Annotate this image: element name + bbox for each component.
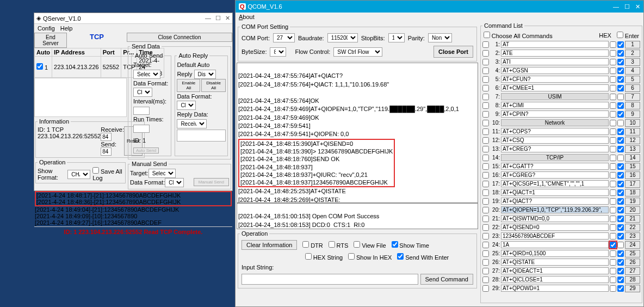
cmd-hex-check[interactable]	[610, 277, 616, 283]
comport-select[interactable]: 27	[273, 33, 295, 42]
row-check[interactable]	[36, 63, 43, 70]
receive-field[interactable]	[101, 133, 112, 141]
cmd-send-button[interactable]: 5	[625, 76, 640, 83]
cmd-send-button[interactable]: 11	[625, 128, 640, 136]
cmd-hex-check[interactable]	[610, 137, 616, 144]
cmd-check[interactable]	[482, 50, 489, 57]
cmd-enter-check[interactable]	[617, 137, 624, 144]
cmd-send-button[interactable]: 25	[625, 250, 640, 257]
cmd-send-button[interactable]: 23	[625, 232, 640, 240]
cmd-enter-check[interactable]	[617, 85, 624, 91]
cmd-send-button[interactable]: 15	[625, 163, 640, 170]
manual-format[interactable]: Char	[165, 178, 184, 187]
reply-box[interactable]	[177, 130, 226, 142]
cmd-enter-check[interactable]	[617, 172, 624, 179]
status-log[interactable]: [2021-04-24_18:51:00:153] Open COM Port …	[237, 203, 478, 229]
showtime-check[interactable]	[392, 241, 398, 248]
cmd-check[interactable]	[482, 94, 489, 100]
cmd-text[interactable]	[501, 285, 609, 292]
cmd-check[interactable]	[482, 233, 489, 240]
cmd-text[interactable]	[501, 276, 609, 283]
format-select[interactable]: Char	[133, 88, 152, 97]
cmd-send-button[interactable]: 7	[625, 93, 640, 101]
cmd-enter-check[interactable]	[617, 94, 624, 100]
cmd-enter-check[interactable]	[617, 128, 624, 135]
cmd-enter-check[interactable]	[617, 120, 624, 126]
menu-help[interactable]: Help	[60, 25, 73, 32]
cmd-enter-check[interactable]	[617, 102, 624, 109]
cmd-send-button[interactable]: 4	[625, 67, 640, 75]
cmd-check[interactable]	[482, 259, 489, 266]
cmd-enter-check[interactable]	[617, 146, 624, 152]
cmd-check[interactable]	[482, 163, 489, 170]
cmd-enter-check[interactable]	[617, 268, 624, 274]
cmd-text[interactable]	[501, 171, 609, 179]
maximize-icon[interactable]: ☐	[215, 15, 221, 22]
reply-format-select[interactable]: Char	[177, 101, 196, 110]
send-field[interactable]	[101, 148, 112, 156]
cmd-text[interactable]	[501, 163, 609, 170]
cmd-text[interactable]	[501, 241, 609, 248]
cmd-text[interactable]	[501, 267, 609, 274]
cmd-check[interactable]	[482, 181, 489, 187]
close-icon[interactable]: ✕	[635, 3, 640, 10]
cmd-send-button[interactable]: 3	[625, 58, 640, 66]
cmd-text[interactable]	[501, 145, 609, 152]
cmd-hex-check[interactable]	[610, 259, 616, 266]
cmd-send-button[interactable]: 10	[625, 119, 640, 127]
cmd-send-button[interactable]: 1	[625, 41, 640, 48]
cmd-check[interactable]	[482, 189, 489, 196]
target-select[interactable]: Select One	[133, 70, 160, 79]
cmd-check[interactable]	[482, 102, 489, 109]
close-icon[interactable]: ✕	[225, 15, 230, 22]
showinhex-check[interactable]	[348, 253, 355, 260]
close-port-button[interactable]: Close Port	[434, 46, 473, 58]
dtr-check[interactable]	[302, 241, 309, 248]
cmd-check[interactable]	[482, 216, 489, 222]
cmd-send-button[interactable]: 9	[625, 110, 640, 118]
cmd-check[interactable]	[482, 198, 489, 205]
cmd-hex-check[interactable]	[610, 59, 616, 65]
cmd-send-button[interactable]: 16	[625, 171, 640, 179]
cmd-hex-check[interactable]	[610, 76, 616, 83]
cmd-enter-check[interactable]	[617, 67, 624, 74]
minimize-icon[interactable]: —	[205, 15, 211, 22]
cmd-enter-check[interactable]	[617, 224, 624, 231]
cmd-text[interactable]	[501, 137, 609, 144]
enable-all-button[interactable]: Enable All	[177, 79, 200, 92]
cmd-send-button[interactable]: 12	[625, 137, 640, 144]
qcom-titlebar[interactable]: Q QCOM_V1.6 — ☐ ✕	[236, 1, 643, 13]
cmd-send-button[interactable]: 28	[625, 276, 640, 284]
close-connection-button[interactable]: Close Connection	[127, 33, 232, 42]
cmd-hex-check[interactable]	[610, 120, 616, 126]
cmd-hex-check[interactable]	[610, 146, 616, 152]
cmd-send-button[interactable]: 27	[625, 267, 640, 275]
rts-check[interactable]	[329, 241, 335, 248]
parity-select[interactable]: None	[428, 33, 452, 42]
cmd-enter-check[interactable]	[617, 76, 624, 83]
show-format-select[interactable]: CHAB	[67, 170, 90, 179]
cmd-text[interactable]	[501, 58, 609, 65]
menu-config[interactable]: Config	[38, 25, 55, 32]
cmd-enter-check[interactable]	[617, 111, 624, 118]
enter-all-check[interactable]	[617, 32, 623, 38]
cmd-text[interactable]	[501, 128, 609, 135]
cmd-enter-check[interactable]	[617, 233, 624, 240]
cmd-check[interactable]	[482, 67, 489, 74]
cmd-send-button[interactable]: 18	[625, 189, 640, 197]
cmd-text[interactable]	[501, 259, 609, 266]
cmd-send-button[interactable]: 13	[625, 145, 640, 153]
cmd-check[interactable]	[482, 41, 489, 48]
auto-send-button[interactable]: Auto Send	[133, 148, 159, 154]
cmd-hex-check[interactable]	[610, 163, 616, 170]
cmd-text[interactable]	[501, 224, 609, 231]
baud-select[interactable]: 115200	[327, 33, 358, 42]
cmd-hex-check[interactable]	[610, 189, 616, 196]
bytesize-select[interactable]: 8	[270, 47, 286, 57]
sendwithenter-check[interactable]	[397, 253, 404, 260]
cmd-enter-check[interactable]	[617, 155, 624, 161]
stopbits-select[interactable]: 1	[388, 33, 405, 42]
disable-select[interactable]: Disable	[194, 70, 216, 79]
maximize-icon[interactable]: ☐	[624, 3, 630, 10]
cmd-send-button[interactable]: 17	[625, 180, 640, 188]
